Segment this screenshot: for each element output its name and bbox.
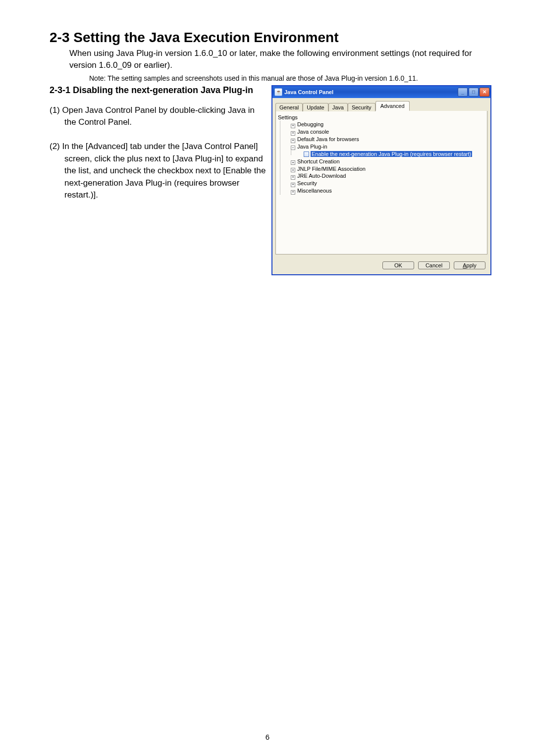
tree-node-jnlp[interactable]: JNLP File/MIME Association (284, 165, 485, 173)
tree-label: Java console (297, 129, 329, 135)
tree-node-jre-auto[interactable]: JRE Auto-Download (284, 172, 485, 180)
tree-label: Miscellaneous (297, 188, 332, 194)
advanced-tab-panel: Settings Debugging Java console Default … (275, 111, 487, 254)
instruction-column: 2-3-1 Disabling the next-generation Java… (50, 85, 268, 213)
tree-label: Debugging (297, 121, 323, 127)
ok-button[interactable]: OK (382, 261, 414, 269)
step-1: (1) Open Java Control Panel by double-cl… (50, 104, 268, 129)
titlebar: ☕ Java Control Panel _ □ ✕ (272, 86, 490, 98)
maximize-button[interactable]: □ (469, 88, 479, 97)
subsection-heading: 2-3-1 Disabling the next-generation Java… (50, 85, 268, 96)
expand-icon[interactable] (291, 160, 295, 165)
tab-advanced[interactable]: Advanced (375, 101, 410, 111)
expand-icon[interactable] (291, 183, 295, 187)
intro-text: When using Java Plug-in version 1.6.0_10… (69, 48, 490, 71)
checkbox-enable-nextgen[interactable] (304, 151, 309, 157)
tree-node-java-plugin[interactable]: Java Plug-in (284, 143, 485, 151)
page-number: 6 (0, 733, 535, 741)
document-page: 2-3 Setting the Java Execution Environme… (0, 0, 535, 756)
tree-label: JRE Auto-Download (297, 173, 346, 179)
tab-security[interactable]: Security (348, 103, 375, 111)
expand-icon[interactable] (291, 131, 295, 136)
tree-label: Default Java for browsers (297, 136, 359, 142)
tree-node-java-console[interactable]: Java console (284, 128, 485, 136)
dialog-button-row: OK Cancel Apply (272, 257, 490, 274)
note-text: Note: The setting samples and screenshot… (89, 74, 490, 82)
tree-label: Java Plug-in (297, 144, 327, 150)
java-control-panel-window: ☕ Java Control Panel _ □ ✕ General Updat… (271, 85, 491, 275)
cancel-button[interactable]: Cancel (418, 261, 450, 269)
expand-icon[interactable] (291, 168, 295, 172)
close-button[interactable]: ✕ (480, 88, 489, 97)
collapse-icon[interactable] (291, 146, 295, 150)
expand-icon[interactable] (291, 139, 295, 143)
apply-button[interactable]: Apply (454, 261, 485, 269)
selected-tree-label: Enable the next-generation Java Plug-in … (311, 151, 472, 157)
tab-update[interactable]: Update (303, 103, 328, 111)
minimize-button[interactable]: _ (458, 88, 468, 97)
expand-icon[interactable] (291, 124, 295, 128)
tab-java[interactable]: Java (328, 103, 348, 111)
tree-label: JNLP File/MIME Association (297, 166, 366, 172)
tree-root-label: Settings (278, 114, 485, 121)
expand-icon[interactable] (291, 190, 295, 195)
tree-label: Security (297, 180, 317, 186)
tab-general[interactable]: General (275, 103, 303, 111)
section-title: 2-3 Setting the Java Execution Environme… (50, 30, 490, 46)
tab-strip: General Update Java Security Advanced (272, 98, 490, 111)
expand-icon[interactable] (291, 175, 295, 180)
tree-node-enable-nextgen[interactable]: Enable the next-generation Java Plug-in … (295, 151, 485, 158)
tree-label: Shortcut Creation (297, 158, 340, 164)
java-icon: ☕ (274, 88, 282, 96)
tree-node-shortcut[interactable]: Shortcut Creation (284, 158, 485, 165)
tree-node-misc[interactable]: Miscellaneous (284, 187, 485, 195)
step-2: (2) In the [Advanced] tab under the [Jav… (50, 141, 268, 202)
tree-node-default-java[interactable]: Default Java for browsers (284, 136, 485, 143)
tree-node-security[interactable]: Security (284, 180, 485, 187)
window-title: Java Control Panel (284, 89, 458, 95)
settings-tree: Settings Debugging Java console Default … (278, 114, 485, 195)
tree-node-debugging[interactable]: Debugging (284, 121, 485, 128)
